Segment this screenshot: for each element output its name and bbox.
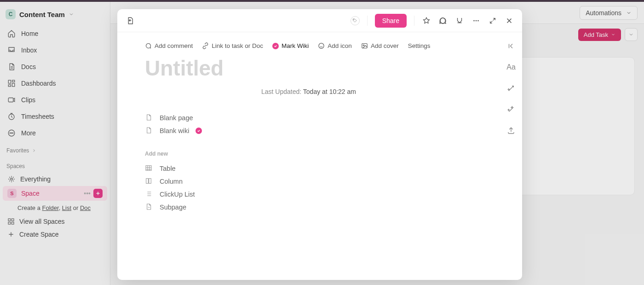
smile-icon <box>318 42 325 49</box>
doc-title-input[interactable]: Untitled <box>145 56 472 81</box>
add-cover-action[interactable]: Add cover <box>361 42 399 49</box>
collapse-rail-icon[interactable] <box>506 41 516 51</box>
export-icon[interactable] <box>506 126 516 135</box>
divider <box>367 16 368 26</box>
comment-icon[interactable] <box>438 16 448 25</box>
subpage-icon <box>145 203 153 211</box>
svg-rect-22 <box>146 166 151 171</box>
close-icon[interactable] <box>505 16 514 25</box>
subscribe-icon[interactable] <box>455 16 464 25</box>
settings-action[interactable]: Settings <box>408 42 431 49</box>
add-comment-action[interactable]: Add comment <box>145 42 193 49</box>
page-icon <box>145 114 153 122</box>
svg-point-15 <box>354 19 354 20</box>
typography-icon[interactable]: Aa <box>506 63 516 72</box>
tag-button[interactable] <box>351 16 360 25</box>
svg-point-21 <box>363 45 364 46</box>
divider <box>414 16 414 26</box>
template-blank-wiki[interactable]: Blank wiki <box>145 127 472 135</box>
table-icon <box>145 164 153 173</box>
addnew-subpage[interactable]: Subpage <box>145 203 472 211</box>
addnew-clickup-list[interactable]: ClickUp List <box>145 190 472 198</box>
svg-point-16 <box>473 20 475 21</box>
star-icon[interactable] <box>422 16 431 25</box>
svg-point-17 <box>476 20 477 21</box>
mark-wiki-action[interactable]: Mark Wiki <box>272 42 309 49</box>
doc-modal: Share Add comment Link to task or Doc <box>117 9 522 280</box>
doc-side-rail: Aa <box>500 32 522 280</box>
add-new-label: Add new <box>145 151 472 157</box>
svg-point-18 <box>477 20 479 21</box>
svg-rect-24 <box>149 179 151 184</box>
wiki-badge-icon <box>272 43 279 49</box>
share-button[interactable]: Share <box>375 14 407 28</box>
doc-back-icon[interactable] <box>126 16 135 25</box>
svg-rect-23 <box>146 179 149 184</box>
list-icon <box>145 190 153 198</box>
comment-icon <box>145 42 152 49</box>
last-updated: Last Updated: Today at 10:22 am <box>145 88 472 95</box>
template-blank-page[interactable]: Blank page <box>145 114 472 122</box>
doc-action-bar: Add comment Link to task or Doc Mark Wik… <box>145 42 472 49</box>
addnew-table[interactable]: Table <box>145 164 472 173</box>
wiki-badge-icon <box>196 128 202 134</box>
column-icon <box>145 177 153 186</box>
addnew-column[interactable]: Column <box>145 177 472 186</box>
add-icon-action[interactable]: Add icon <box>318 42 352 49</box>
link-task-action[interactable]: Link to task or Doc <box>202 42 263 49</box>
link-icon <box>202 42 209 49</box>
magic-wand-icon[interactable] <box>506 105 516 114</box>
expand-icon[interactable] <box>488 16 497 25</box>
modal-header: Share <box>117 9 522 32</box>
image-icon <box>361 42 368 49</box>
page-icon <box>145 127 153 135</box>
more-dots-icon[interactable] <box>472 16 481 25</box>
svg-point-19 <box>319 43 324 48</box>
ai-sparkle-icon[interactable] <box>506 84 516 93</box>
svg-rect-20 <box>362 44 367 48</box>
